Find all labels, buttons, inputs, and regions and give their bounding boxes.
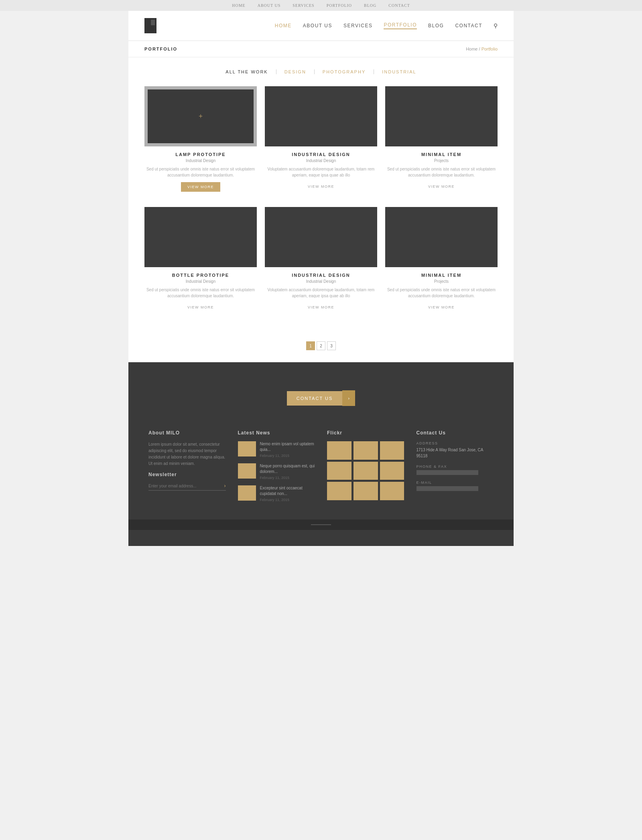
- newsletter-submit[interactable]: ›: [224, 483, 226, 489]
- news-thumb-3: [238, 485, 256, 501]
- footer-col-contact: Contact Us ADDRESS 1713 Hide A Way Road …: [416, 430, 494, 507]
- nav-home[interactable]: HOME: [275, 23, 292, 28]
- portfolio-thumb-1[interactable]: +: [144, 86, 257, 146]
- news-text-3: Excepteur sint occaecat cupidatat non...…: [260, 485, 315, 502]
- topbar-portfolio[interactable]: PORTFOLIO: [327, 3, 352, 8]
- footer-flickr-title: Flickr: [327, 430, 404, 436]
- filter-all[interactable]: ALL THE WORK: [217, 69, 276, 74]
- filter-tabs: ALL THE WORK DESIGN PHOTOGRAPHY INDUSTRI…: [128, 57, 514, 82]
- portfolio-item-info-5: INDUSTRIAL DESIGN Industrial Design Volu…: [265, 267, 377, 313]
- search-icon[interactable]: ⚲: [494, 22, 498, 29]
- flickr-thumb-8[interactable]: [354, 482, 378, 500]
- view-more-btn-4[interactable]: VIEW MORE: [187, 305, 214, 309]
- page-btn-3[interactable]: 3: [327, 341, 336, 350]
- portfolio-item-desc-3: Sed ut perspiciatis unde omnis iste natu…: [385, 166, 498, 178]
- contact-address-label: ADDRESS: [416, 441, 494, 445]
- flickr-thumb-3[interactable]: [380, 441, 404, 460]
- pagination: 1 2 3: [128, 337, 514, 362]
- view-more-btn-5[interactable]: VIEW MORE: [308, 305, 334, 309]
- contact-cta-button[interactable]: CONTACT US ›: [287, 390, 356, 406]
- portfolio-item-desc-5: Voluptatem accusantium doloremque laudan…: [265, 287, 377, 299]
- footer-newsletter-title: Newsletter: [148, 472, 226, 477]
- portfolio-item-info-1: LAMP PROTOTIPE Industrial Design Sed ut …: [144, 146, 257, 195]
- footer-bottom: [128, 519, 514, 530]
- portfolio-item-desc-6: Sed ut perspiciatis unde omnis iste natu…: [385, 287, 498, 299]
- portfolio-item-title-6: MINIMAL ITEM: [385, 273, 498, 278]
- view-more-btn-6[interactable]: VIEW MORE: [428, 305, 455, 309]
- portfolio-item-cat-3: Projects: [385, 158, 498, 163]
- portfolio-item-title-4: BOTTLE PROTOTIPE: [144, 273, 257, 278]
- flickr-thumb-2[interactable]: [354, 441, 378, 460]
- nav-portfolio[interactable]: PORTFOLIO: [384, 22, 417, 29]
- breadcrumb-home[interactable]: Home: [466, 47, 477, 51]
- nav-contact[interactable]: CONTACT: [455, 23, 482, 28]
- main-nav: HOME ABOUT US SERVICES PORTFOLIO BLOG CO…: [275, 22, 498, 29]
- portfolio-item-cat-5: Industrial Design: [265, 279, 377, 284]
- portfolio-item-3: MINIMAL ITEM Projects Sed ut perspiciati…: [385, 86, 498, 195]
- flickr-thumb-4[interactable]: [327, 462, 351, 480]
- footer-section: CONTACT US › About MILO Lorem ipsum dolo…: [128, 362, 514, 546]
- footer-bottom-line: [311, 524, 331, 525]
- portfolio-item-1: + LAMP PROTOTIPE Industrial Design Sed u…: [144, 86, 257, 195]
- breadcrumb-current: Portfolio: [482, 47, 498, 51]
- portfolio-item-desc-4: Sed ut perspiciatis unde omnis iste natu…: [144, 287, 257, 299]
- nav-blog[interactable]: BLOG: [428, 23, 444, 28]
- topbar-services[interactable]: SERVICES: [293, 3, 314, 8]
- portfolio-row-2: BOTTLE PROTOTIPE Industrial Design Sed u…: [144, 207, 498, 313]
- portfolio-thumb-2[interactable]: [265, 86, 377, 146]
- contact-cta-arrow: ›: [342, 390, 355, 406]
- filter-industrial[interactable]: INDUSTRIAL: [374, 69, 424, 74]
- portfolio-item-6: MINIMAL ITEM Projects Sed ut perspiciati…: [385, 207, 498, 313]
- portfolio-item-desc-1: Sed ut perspiciatis unde omnis iste natu…: [144, 166, 257, 178]
- view-more-btn-1[interactable]: VIEW MORE: [181, 182, 220, 192]
- page-btn-1[interactable]: 1: [306, 341, 315, 350]
- nav-services[interactable]: SERVICES: [343, 23, 372, 28]
- portfolio-thumb-3[interactable]: [385, 86, 498, 146]
- flickr-thumb-1[interactable]: [327, 441, 351, 460]
- logo[interactable]: [144, 18, 156, 33]
- news-date-1: February 11, 2015: [260, 454, 315, 458]
- news-title-3[interactable]: Excepteur sint occaecat cupidatat non...: [260, 485, 315, 497]
- portfolio-thumb-5[interactable]: [265, 207, 377, 267]
- topbar-home[interactable]: HOME: [232, 3, 245, 8]
- page-btn-2[interactable]: 2: [317, 341, 325, 350]
- flickr-thumb-9[interactable]: [380, 482, 404, 500]
- news-thumb-1: [238, 441, 256, 457]
- news-text-1: Nemo enim ipsam vol uptatem quia... Febr…: [260, 441, 315, 458]
- flickr-thumb-7[interactable]: [327, 482, 351, 500]
- top-bar: HOME ABOUT US SERVICES PORTFOLIO BLOG CO…: [0, 0, 642, 11]
- contact-phone-label: PHONE & FAX: [416, 465, 494, 469]
- site-wrapper: HOME ABOUT US SERVICES PORTFOLIO BLOG CO…: [128, 11, 514, 546]
- flickr-grid: [327, 441, 404, 500]
- view-more-btn-2[interactable]: VIEW MORE: [308, 185, 334, 189]
- filter-photography[interactable]: PHOTOGRAPHY: [315, 69, 374, 74]
- portfolio-thumb-6[interactable]: [385, 207, 498, 267]
- portfolio-item-2: INDUSTRIAL DESIGN Industrial Design Volu…: [265, 86, 377, 195]
- flickr-thumb-5[interactable]: [354, 462, 378, 480]
- footer-col-news: Latest News Nemo enim ipsam vol uptatem …: [238, 430, 315, 507]
- newsletter-input-wrap: ›: [148, 483, 226, 491]
- news-item-1: Nemo enim ipsam vol uptatem quia... Febr…: [238, 441, 315, 458]
- news-title-1[interactable]: Nemo enim ipsam vol uptatem quia...: [260, 441, 315, 452]
- topbar-about[interactable]: ABOUT US: [258, 3, 281, 8]
- portfolio-item-info-6: MINIMAL ITEM Projects Sed ut perspiciati…: [385, 267, 498, 313]
- portfolio-thumb-4[interactable]: [144, 207, 257, 267]
- news-title-2[interactable]: Neque porro quisquam est, qui dolorem...: [260, 463, 315, 475]
- portfolio-item-5: INDUSTRIAL DESIGN Industrial Design Volu…: [265, 207, 377, 313]
- flickr-thumb-6[interactable]: [380, 462, 404, 480]
- topbar-contact[interactable]: CONTACT: [388, 3, 410, 8]
- view-more-btn-3[interactable]: VIEW MORE: [428, 185, 455, 189]
- footer-news-title: Latest News: [238, 430, 315, 436]
- filter-design[interactable]: DESIGN: [276, 69, 315, 74]
- newsletter-input[interactable]: [148, 484, 222, 488]
- news-item-3: Excepteur sint occaecat cupidatat non...…: [238, 485, 315, 502]
- page-title: PORTFOLIO: [144, 47, 177, 51]
- topbar-blog[interactable]: BLOG: [364, 3, 376, 8]
- breadcrumb-separator: /: [477, 47, 481, 51]
- nav-about[interactable]: ABOUT US: [303, 23, 332, 28]
- breadcrumb: Home / Portfolio: [466, 47, 498, 51]
- portfolio-item-title-5: INDUSTRIAL DESIGN: [265, 273, 377, 278]
- portfolio-item-title-3: MINIMAL ITEM: [385, 152, 498, 157]
- footer-columns: About MILO Lorem ipsum dolor sit amet, c…: [128, 422, 514, 519]
- portfolio-item-desc-2: Voluptatem accusantium doloremque laudan…: [265, 166, 377, 178]
